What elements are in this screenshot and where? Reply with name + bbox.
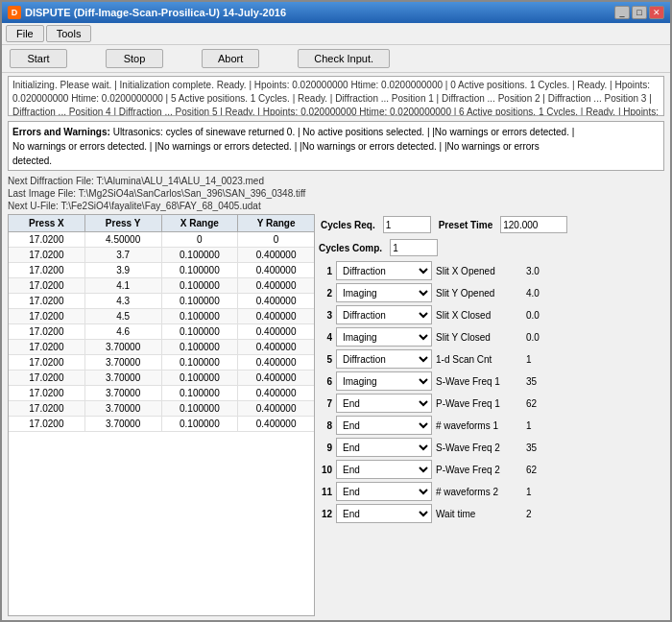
param-value-12: 2 [526, 509, 532, 519]
warning-1: Ultrasonics: cycles of sinewave returned… [113, 127, 298, 137]
right-row-12: 12DiffractionImagingEndWait time2 [319, 503, 664, 524]
col-x-range: X Range [162, 215, 239, 231]
param-label-7: P-Wave Freq 1 [436, 398, 522, 409]
cell-r9-c3: 0.400000 [238, 371, 314, 385]
param-value-3: 0.0 [526, 310, 540, 321]
col-press-x: Press X [9, 215, 85, 231]
dropdown-3[interactable]: DiffractionImagingEnd [336, 305, 432, 324]
cell-r8-c0: 17.0200 [9, 355, 85, 370]
warning-6: |No warnings or errors detected. [300, 141, 439, 152]
file-menu[interactable]: File [6, 25, 44, 42]
row-num-8: 8 [319, 420, 332, 431]
table-row: 17.02003.700000.1000000.400000 [9, 417, 314, 432]
param-value-4: 0.0 [526, 332, 540, 343]
cycles-comp-input[interactable] [390, 239, 438, 256]
cell-r11-c3: 0.400000 [238, 401, 314, 416]
param-label-5: 1-d Scan Cnt [436, 354, 522, 365]
cell-r3-c1: 4.1 [85, 278, 162, 293]
log-text: Initializing. Please wait. | Initializat… [12, 80, 659, 116]
right-row-9: 9DiffractionImagingEndS-Wave Freq 235 [319, 437, 664, 458]
cell-r0-c1: 4.50000 [85, 232, 162, 247]
param-label-12: Wait time [436, 509, 522, 519]
cell-r1-c3: 0.400000 [238, 248, 314, 262]
abort-button[interactable]: Abort [202, 49, 259, 68]
right-row-5: 5DiffractionImagingEnd1-d Scan Cnt1 [319, 348, 664, 370]
window-controls: _ □ ✕ [614, 6, 664, 19]
cell-r5-c2: 0.100000 [162, 309, 239, 323]
row-num-1: 1 [319, 266, 332, 276]
cell-r11-c0: 17.0200 [9, 401, 85, 416]
cycles-req-input[interactable] [383, 216, 431, 233]
dropdown-11[interactable]: DiffractionImagingEnd [336, 482, 432, 501]
table-row: 17.02003.700000.1000000.400000 [9, 386, 314, 401]
param-label-4: Slit Y Closed [436, 332, 522, 343]
cell-r7-c1: 3.70000 [85, 340, 162, 354]
warnings-area: Errors and Warnings: Ultrasonics: cycles… [8, 121, 664, 171]
cell-r9-c2: 0.100000 [162, 371, 239, 385]
row-num-5: 5 [319, 354, 332, 365]
cell-r11-c2: 0.100000 [162, 401, 239, 416]
cell-r8-c3: 0.400000 [238, 355, 314, 370]
close-button[interactable]: ✕ [649, 6, 664, 19]
param-value-7: 62 [526, 398, 537, 409]
table-row: 17.02004.60.1000000.400000 [9, 324, 314, 340]
dropdown-1[interactable]: DiffractionImagingEnd [336, 261, 432, 280]
table-row: 17.02003.70.1000000.400000 [9, 248, 314, 263]
dropdown-2[interactable]: DiffractionImagingEnd [336, 283, 432, 302]
row-num-3: 3 [319, 310, 332, 321]
warning-7: |No warnings or errors [444, 141, 540, 152]
cell-r4-c1: 4.3 [85, 294, 162, 308]
check-input-button[interactable]: Check Input. [298, 49, 390, 68]
dropdown-10[interactable]: DiffractionImagingEnd [336, 460, 432, 479]
param-label-1: Slit X Opened [436, 266, 522, 276]
cell-r12-c0: 17.0200 [9, 417, 85, 431]
main-content: Press X Press Y X Range Y Range 17.02004… [8, 214, 664, 616]
param-label-8: # waveforms 1 [436, 420, 522, 431]
param-label-3: Slit X Closed [436, 310, 522, 321]
tools-menu[interactable]: Tools [46, 25, 92, 42]
cell-r11-c1: 3.70000 [85, 401, 162, 416]
cell-r7-c3: 0.400000 [238, 340, 314, 354]
table-header: Press X Press Y X Range Y Range [9, 215, 314, 232]
dropdown-8[interactable]: DiffractionImagingEnd [336, 416, 432, 435]
cell-r4-c0: 17.0200 [9, 294, 85, 308]
row-num-6: 6 [319, 376, 332, 387]
cell-r5-c3: 0.400000 [238, 309, 314, 323]
row-num-2: 2 [319, 288, 332, 299]
menu-bar: File Tools [2, 23, 670, 45]
cell-r5-c1: 4.5 [85, 309, 162, 323]
row-num-7: 7 [319, 398, 332, 409]
title-bar-left: D DISPUTE (Diff-Image-Scan-Prosilica-U) … [8, 6, 286, 19]
cycles-comp-label: Cycles Comp. [319, 243, 382, 253]
dropdown-6[interactable]: DiffractionImagingEnd [336, 371, 432, 391]
maximize-button[interactable]: □ [632, 6, 647, 19]
param-label-2: Slit Y Opened [436, 288, 522, 299]
cell-r10-c2: 0.100000 [162, 386, 239, 400]
cell-r7-c2: 0.100000 [162, 340, 239, 354]
start-button[interactable]: Start [10, 49, 67, 68]
preset-time-input[interactable] [500, 216, 567, 233]
warning-2: No active positions selected. [302, 127, 427, 137]
row-num-10: 10 [319, 465, 332, 475]
stop-button[interactable]: Stop [106, 49, 163, 68]
right-panel: Cycles Req. Preset Time Cycles Comp. 1Di… [319, 214, 664, 616]
log-area: Initializing. Please wait. | Initializat… [8, 76, 664, 116]
table-row: 17.02004.10.1000000.400000 [9, 278, 314, 294]
preset-time-label: Preset Time [439, 220, 493, 230]
minimize-button[interactable]: _ [614, 6, 630, 19]
cell-r10-c3: 0.400000 [238, 386, 314, 400]
right-row-3: 3DiffractionImagingEndSlit X Closed0.0 [319, 304, 664, 325]
dropdown-5[interactable]: DiffractionImagingEnd [336, 349, 432, 369]
cycles-req-label: Cycles Req. [321, 220, 375, 230]
toolbar: Start Stop Abort Check Input. [2, 45, 670, 73]
row-num-11: 11 [319, 487, 332, 497]
dropdown-4[interactable]: DiffractionImagingEnd [336, 327, 432, 347]
col-press-y: Press Y [85, 215, 162, 231]
cell-r6-c3: 0.400000 [238, 324, 314, 339]
table-row: 17.02004.50.1000000.400000 [9, 309, 314, 324]
warning-3: |No warnings or errors detected. [432, 127, 569, 137]
left-table: Press X Press Y X Range Y Range 17.02004… [8, 214, 315, 616]
dropdown-9[interactable]: DiffractionImagingEnd [336, 438, 432, 457]
dropdown-7[interactable]: DiffractionImagingEnd [336, 394, 432, 413]
dropdown-12[interactable]: DiffractionImagingEnd [336, 504, 432, 523]
